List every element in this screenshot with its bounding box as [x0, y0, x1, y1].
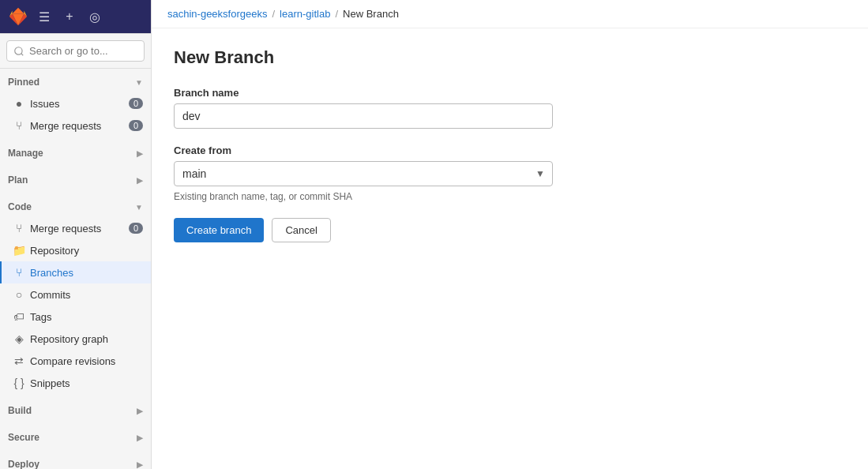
- pinned-chevron-icon: ▼: [135, 78, 143, 87]
- cancel-button[interactable]: Cancel: [272, 218, 330, 242]
- branch-name-group: Branch name: [174, 87, 846, 129]
- branch-name-input[interactable]: [174, 103, 553, 129]
- tags-icon: 🏷: [13, 310, 25, 323]
- merge-requests-badge: 0: [129, 120, 143, 131]
- page-title: New Branch: [174, 47, 846, 68]
- sidebar: ☰ + ◎ Pinned ▼ ● Issues 0 ⑂ Merge reques…: [0, 0, 152, 469]
- activity-button[interactable]: ◎: [85, 7, 104, 26]
- main-content: sachin-geeksforgeeks / learn-gitlab / Ne…: [152, 0, 868, 469]
- deploy-chevron-icon: ▶: [137, 460, 143, 469]
- sidebar-item-branches-label: Branches: [30, 267, 73, 279]
- sidebar-item-merge-requests-code[interactable]: ⑂ Merge requests 0: [0, 217, 151, 239]
- merge-requests-icon: ⑂: [13, 119, 25, 132]
- sidebar-item-repository-label: Repository: [30, 245, 79, 257]
- code-section: Code ▼ ⑂ Merge requests 0 📁 Repository ⑂…: [0, 193, 151, 397]
- plan-section-header[interactable]: Plan ▶: [0, 170, 151, 190]
- sidebar-item-commits-label: Commits: [30, 289, 70, 301]
- code-section-header[interactable]: Code ▼: [0, 197, 151, 217]
- create-from-label: Create from: [174, 144, 846, 156]
- sidebar-item-merge-requests[interactable]: ⑂ Merge requests 0: [0, 114, 151, 137]
- merge-requests-code-badge: 0: [129, 223, 143, 234]
- branches-icon: ⑂: [13, 266, 25, 279]
- issues-icon: ●: [13, 97, 25, 110]
- sidebar-item-compare-revisions-label: Compare revisions: [30, 355, 115, 367]
- secure-section: Secure ▶: [0, 424, 151, 451]
- create-branch-button[interactable]: Create branch: [174, 218, 264, 242]
- repository-graph-icon: ◈: [13, 332, 25, 345]
- new-item-button[interactable]: +: [60, 7, 79, 26]
- deploy-label: Deploy: [8, 459, 39, 469]
- create-from-group: Create from main ▼ Existing branch name,…: [174, 144, 846, 202]
- commits-icon: ○: [13, 288, 25, 301]
- build-section-header[interactable]: Build ▶: [0, 400, 151, 421]
- build-label: Build: [8, 405, 32, 416]
- sidebar-item-repository-graph-label: Repository graph: [30, 333, 108, 345]
- manage-label: Manage: [8, 148, 43, 159]
- plan-label: Plan: [8, 174, 28, 186]
- form-actions: Create branch Cancel: [174, 218, 846, 242]
- deploy-section: Deploy ▶: [0, 451, 151, 469]
- manage-section-header[interactable]: Manage ▶: [0, 143, 151, 163]
- gitlab-logo[interactable]: [8, 6, 28, 27]
- sidebar-item-tags-label: Tags: [30, 311, 51, 323]
- breadcrumb-current: New Branch: [343, 8, 399, 20]
- code-chevron-icon: ▼: [135, 203, 143, 212]
- plan-section: Plan ▶: [0, 167, 151, 193]
- breadcrumb-sep-1: /: [272, 8, 275, 20]
- sidebar-item-commits[interactable]: ○ Commits: [0, 283, 151, 306]
- secure-chevron-icon: ▶: [137, 433, 143, 442]
- code-label: Code: [8, 201, 32, 212]
- breadcrumb: sachin-geeksforgeeks / learn-gitlab / Ne…: [152, 0, 868, 28]
- breadcrumb-item-repo[interactable]: learn-gitlab: [280, 8, 330, 20]
- secure-label: Secure: [8, 432, 39, 443]
- breadcrumb-sep-2: /: [335, 8, 338, 20]
- sidebar-top: ☰ + ◎: [0, 0, 151, 34]
- sidebar-item-snippets-label: Snippets: [30, 377, 70, 389]
- sidebar-item-repository[interactable]: 📁 Repository: [0, 239, 151, 261]
- snippets-icon: { }: [13, 377, 25, 389]
- merge-requests-code-icon: ⑂: [13, 222, 25, 234]
- build-section: Build ▶: [0, 397, 151, 424]
- sidebar-item-compare-revisions[interactable]: ⇄ Compare revisions: [0, 350, 151, 372]
- pinned-section: Pinned ▼ ● Issues 0 ⑂ Merge requests 0: [0, 69, 151, 140]
- pinned-label: Pinned: [8, 77, 39, 88]
- sidebar-item-issues[interactable]: ● Issues 0: [0, 92, 151, 114]
- sidebar-item-tags[interactable]: 🏷 Tags: [0, 306, 151, 328]
- create-from-hint: Existing branch name, tag, or commit SHA: [174, 191, 846, 202]
- compare-revisions-icon: ⇄: [13, 355, 25, 367]
- repository-icon: 📁: [13, 244, 25, 257]
- plan-chevron-icon: ▶: [137, 176, 143, 185]
- sidebar-item-branches[interactable]: ⑂ Branches: [0, 261, 151, 283]
- sidebar-item-snippets[interactable]: { } Snippets: [0, 372, 151, 394]
- branch-name-label: Branch name: [174, 87, 846, 99]
- pinned-section-header[interactable]: Pinned ▼: [0, 72, 151, 92]
- create-from-select[interactable]: main: [174, 161, 553, 186]
- sidebar-toggle-button[interactable]: ☰: [35, 7, 54, 26]
- deploy-section-header[interactable]: Deploy ▶: [0, 454, 151, 469]
- breadcrumb-item-org[interactable]: sachin-geeksforgeeks: [167, 8, 267, 20]
- sidebar-item-issues-label: Issues: [30, 98, 60, 110]
- secure-section-header[interactable]: Secure ▶: [0, 427, 151, 448]
- create-from-select-wrapper: main ▼: [174, 161, 553, 186]
- search-box: [0, 34, 151, 69]
- manage-section: Manage ▶: [0, 140, 151, 167]
- manage-chevron-icon: ▶: [137, 149, 143, 158]
- search-input[interactable]: [6, 40, 145, 62]
- build-chevron-icon: ▶: [137, 407, 143, 415]
- issues-badge: 0: [129, 98, 143, 109]
- sidebar-item-merge-requests-code-label: Merge requests: [30, 223, 101, 234]
- page-body: New Branch Branch name Create from main …: [152, 28, 868, 261]
- sidebar-item-merge-requests-label: Merge requests: [30, 120, 101, 132]
- sidebar-item-repository-graph[interactable]: ◈ Repository graph: [0, 328, 151, 350]
